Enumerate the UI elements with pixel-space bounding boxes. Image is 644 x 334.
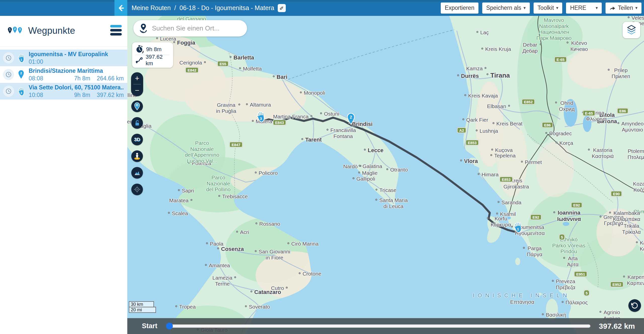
export-button[interactable]: Exportieren: [441, 3, 478, 14]
pin3-number: 3: [19, 28, 21, 31]
scale-km: 30 km: [129, 301, 154, 307]
svg-text:A: A: [142, 50, 144, 54]
waypoints-sidebar: 3 2 1 Wegpunkte: [0, 16, 127, 334]
chevron-down-icon: ▾: [596, 5, 598, 11]
breadcrumb-separator: /: [174, 4, 176, 12]
pegman-icon: [134, 152, 141, 160]
menu-button[interactable]: [110, 25, 122, 37]
marker-number: 3: [21, 91, 22, 94]
waypoint-time: 01:00: [29, 58, 117, 65]
waypoint-text: Brindisi/Stazione Marittima 08:08 7h 8m …: [29, 68, 124, 82]
arrow-left-icon: [117, 4, 125, 12]
top-bar: Meine Routen / 06-18 - Do - Igoumenitsa …: [0, 0, 644, 16]
marker-number: 2: [350, 115, 352, 119]
zoom-out-button[interactable]: −: [131, 84, 143, 96]
map-marker-waypoint-1[interactable]: 1: [512, 221, 523, 234]
routing-provider-select[interactable]: HERE ▾: [566, 3, 602, 14]
search-input[interactable]: [152, 24, 242, 32]
menu-bar-icon: [110, 25, 122, 27]
map-canvas[interactable]: del GarganoLuceraFoggiaCerignolaBarletta…: [127, 16, 644, 334]
pin-marker-icon: 2: [346, 113, 355, 125]
layers-icon: [626, 24, 637, 36]
route-distance: 397.62 km: [146, 54, 170, 67]
toolkit-button[interactable]: Toolkit ▾: [534, 3, 562, 14]
waypoint-time-button[interactable]: [3, 69, 14, 80]
pencil-icon: ✎: [279, 6, 285, 10]
share-icon: [610, 6, 616, 11]
waypoint-text: Igoumenitsa - MV Europalink 01:00: [29, 51, 124, 65]
pin1-number: 1: [9, 28, 11, 31]
menu-bar-icon: [110, 29, 122, 31]
zoom-in-button[interactable]: +: [131, 72, 143, 84]
breadcrumb-root-link[interactable]: Meine Routen: [132, 4, 171, 12]
waypoint-list: 1 Igoumenitsa - MV Europalink 01:00: [0, 47, 127, 99]
waypoint-item-3[interactable]: 3 Via Sette Dolori, 60, 75100 Matera... …: [0, 83, 127, 99]
topbar-actions: Exportieren Speichern als ▾ Toolkit ▾ HE…: [441, 0, 641, 16]
pin-marker-icon: 2: [17, 70, 25, 80]
waypoint-time-button[interactable]: [3, 86, 14, 97]
waypoints-pins-icon: 3 2 1: [7, 26, 26, 39]
marker-number: 2: [20, 71, 22, 75]
route-duration: 9h 8m: [146, 46, 162, 53]
waypoint-duration: 9h 8m: [74, 92, 90, 98]
map-marker-waypoint-2[interactable]: 2: [346, 113, 355, 126]
slider-thumb[interactable]: [166, 323, 173, 329]
breadcrumb: Meine Routen / 06-18 - Do - Igoumenitsa …: [132, 0, 286, 16]
marker-number: 1: [517, 227, 519, 231]
edit-title-button[interactable]: ✎: [278, 4, 286, 12]
hand-marker-icon: 3: [255, 110, 266, 123]
route-position-bar: Start 397.62 km: [127, 318, 644, 334]
map-marker-waypoint-3[interactable]: 3: [255, 110, 266, 124]
sidebar-header: 3 2 1 Wegpunkte: [0, 16, 127, 47]
elevation-chart-button[interactable]: [131, 167, 143, 179]
route-planner-app: Meine Routen / 06-18 - Do - Igoumenitsa …: [0, 0, 644, 334]
hand-marker-icon: 3: [17, 86, 25, 96]
menu-bar-icon: [110, 33, 122, 36]
waypoint-distance: 264.66 km: [97, 75, 124, 82]
zoom-control: + −: [131, 72, 143, 96]
chevron-down-icon: ▾: [635, 5, 637, 11]
waypoint-item-2[interactable]: 2 Brindisi/Stazione Marittima 08:08 7h 8…: [0, 66, 127, 83]
hand-marker-icon: 1: [512, 221, 523, 233]
export-label: Exportieren: [445, 5, 474, 11]
add-waypoint-button[interactable]: [131, 101, 143, 112]
route-slider[interactable]: [167, 324, 590, 328]
share-label: Teilen: [618, 5, 633, 11]
locate-me-button[interactable]: [131, 184, 143, 195]
street-view-button[interactable]: [131, 150, 143, 162]
marker-number: 1: [21, 58, 22, 61]
map-base-layer: [127, 16, 644, 334]
search-location-icon: [138, 23, 148, 34]
waypoint-time-button[interactable]: [3, 52, 14, 63]
map-scale: 30 km 20 mi: [129, 301, 156, 313]
share-button[interactable]: Teilen ▾: [606, 3, 641, 14]
slider-start-label: Start: [142, 322, 157, 330]
waypoint-name: Igoumenitsa - MV Europalink: [29, 51, 124, 58]
rotate-ccw-icon: [631, 302, 638, 309]
route-summary-panel: A 9h 8m 397.62 km: [132, 42, 173, 68]
travel-time-icon: A: [135, 45, 144, 54]
back-button[interactable]: [114, 0, 127, 16]
route-distance-icon: [135, 56, 143, 64]
slider-distance-value: 397.62 km: [599, 322, 635, 330]
waypoint-name: Via Sette Dolori, 60, 75100 Matera...: [29, 84, 124, 91]
hand-marker-icon: 1: [17, 53, 25, 63]
waypoint-item-1[interactable]: 1 Igoumenitsa - MV Europalink 01:00: [0, 50, 127, 66]
clock-icon: [5, 71, 12, 78]
3d-view-button[interactable]: 3D: [131, 134, 143, 145]
marker-number: 3: [260, 117, 262, 121]
lock-map-button[interactable]: [131, 117, 143, 129]
waypoint-time: 10:08: [29, 92, 74, 98]
page-title: 06-18 - Do - Igoumenitsa - Matera: [180, 4, 274, 12]
waypoint-distance: 397.62 km: [97, 92, 124, 98]
layers-button[interactable]: [623, 22, 640, 38]
save-as-button[interactable]: Speichern als ▾: [482, 3, 530, 14]
map-controls: + − 3D: [131, 72, 143, 200]
waypoint-name: Brindisi/Stazione Marittima: [29, 68, 124, 74]
undo-button[interactable]: [628, 299, 641, 312]
area-chart-icon: [134, 169, 141, 176]
chevron-down-icon: ▾: [524, 5, 526, 11]
save-as-label: Speichern als: [486, 5, 521, 11]
place-search: [133, 20, 247, 37]
clock-icon: [5, 55, 12, 61]
